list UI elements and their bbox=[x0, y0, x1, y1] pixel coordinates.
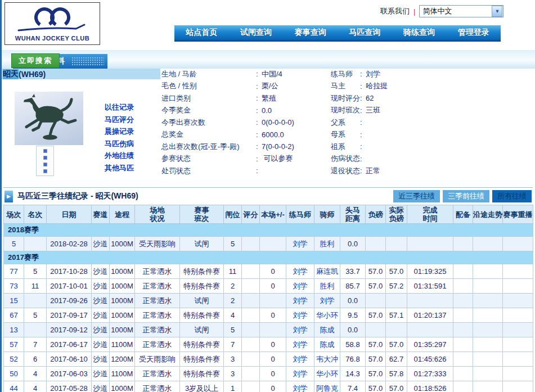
cell[interactable]: 15 bbox=[4, 294, 24, 308]
cell[interactable]: 13 bbox=[4, 323, 24, 337]
cell: 沙道 bbox=[92, 264, 110, 279]
nav-item[interactable]: 试闸查询 bbox=[229, 25, 284, 40]
info-label: 总奖金 bbox=[161, 129, 256, 139]
cell[interactable]: 刘学 bbox=[286, 264, 314, 279]
side-link[interactable]: 外地往绩 bbox=[105, 151, 134, 163]
cell[interactable]: 73 bbox=[4, 279, 24, 294]
cell[interactable]: 刘学 bbox=[286, 279, 314, 294]
info-label: 毛色 / 性别 bbox=[161, 81, 256, 91]
cell: 0 bbox=[260, 367, 286, 381]
cell[interactable]: 刘学 bbox=[286, 237, 314, 251]
cell: 85.7 bbox=[340, 279, 366, 294]
cell: 01:35:297 bbox=[407, 337, 453, 352]
thumbnail-placeholder[interactable] bbox=[36, 146, 54, 176]
nav-item[interactable]: 马匹查询 bbox=[338, 25, 392, 40]
cell: 沙道 bbox=[92, 294, 110, 308]
cell: 3岁及以上 bbox=[180, 381, 224, 392]
cell[interactable]: 麻连凯 bbox=[314, 264, 340, 279]
broken-image-icon bbox=[43, 156, 47, 160]
cell[interactable]: 刘学 bbox=[286, 323, 314, 337]
cell bbox=[260, 294, 286, 308]
info-label: 进口类别 bbox=[161, 93, 256, 103]
nav-item[interactable]: 骑练查询 bbox=[392, 25, 447, 40]
cell bbox=[453, 264, 473, 279]
side-link[interactable]: 以往记录 bbox=[105, 102, 134, 115]
cell[interactable]: 胜利 bbox=[314, 279, 340, 294]
info-value: 7(0-0-0-2) bbox=[262, 142, 294, 151]
cell[interactable]: 华小环 bbox=[314, 367, 340, 381]
side-link[interactable]: 其他马匹 bbox=[105, 163, 134, 175]
cell[interactable]: 陈成 bbox=[314, 323, 340, 337]
cell bbox=[242, 237, 260, 251]
side-link[interactable]: 马匹评分 bbox=[105, 115, 134, 127]
cell[interactable]: 67 bbox=[4, 308, 24, 323]
season-label: 2018赛季 bbox=[4, 224, 533, 237]
cell[interactable]: 刘学 bbox=[314, 294, 340, 308]
cell bbox=[503, 264, 533, 279]
cell: 5 bbox=[24, 264, 47, 279]
info-label: 伤病状态 bbox=[331, 154, 360, 164]
cell: 沙道 bbox=[92, 323, 110, 337]
cell: 正常洒水 bbox=[135, 308, 180, 323]
cell[interactable]: 刘学 bbox=[286, 352, 314, 367]
info-label: 生地 / 马龄 bbox=[161, 69, 256, 79]
cell[interactable]: 胜利 bbox=[314, 237, 340, 251]
search-now-button[interactable]: 立即搜索 bbox=[11, 53, 60, 68]
table-row: 4442017-05-28沙道1000M正常洒水3岁及以上10刘学阿鲁克7.45… bbox=[4, 381, 533, 392]
info-colon: : bbox=[360, 155, 366, 163]
info-value: 繁殖 bbox=[262, 93, 276, 103]
cell bbox=[453, 337, 473, 352]
cell: 特别条件赛 bbox=[180, 367, 224, 381]
cell: 特别条件赛 bbox=[180, 352, 224, 367]
cell: 4 bbox=[224, 308, 242, 323]
nav-item[interactable]: 赛事查询 bbox=[283, 25, 338, 40]
cell: 0.0 bbox=[340, 237, 366, 251]
cell: 0 bbox=[260, 381, 286, 392]
filter-button[interactable]: 所有往绩 bbox=[492, 190, 532, 202]
info-value[interactable]: 刘学 bbox=[366, 69, 380, 79]
info-label: 母系 bbox=[331, 129, 360, 139]
cell: 0 bbox=[260, 279, 286, 294]
cell[interactable]: 5 bbox=[4, 237, 24, 251]
cell[interactable]: 刘学 bbox=[286, 337, 314, 352]
logo[interactable]: WUHAN JOCKEY CLUB bbox=[5, 2, 100, 45]
cell bbox=[453, 279, 473, 294]
cell[interactable]: 刘学 bbox=[286, 308, 314, 323]
cell[interactable]: 韦大冲 bbox=[314, 352, 340, 367]
cell: 0 bbox=[260, 352, 286, 367]
language-select[interactable]: 简体中文 ▼ bbox=[419, 5, 503, 17]
cell bbox=[407, 294, 453, 308]
cell: 01:19:325 bbox=[407, 264, 453, 279]
cell: 试闸 bbox=[180, 294, 224, 308]
cell bbox=[453, 294, 473, 308]
side-link[interactable]: 晨操记录 bbox=[105, 127, 134, 139]
filter-button[interactable]: 三季前往绩 bbox=[443, 190, 489, 202]
cell[interactable]: 陈成 bbox=[314, 337, 340, 352]
cell[interactable]: 刘学 bbox=[286, 294, 314, 308]
nav-item[interactable]: 站点首页 bbox=[174, 25, 229, 40]
cell[interactable]: 华小环 bbox=[314, 308, 340, 323]
dropdown-arrow-icon[interactable]: ▼ bbox=[492, 6, 502, 17]
cell[interactable]: 57 bbox=[4, 337, 24, 352]
cell[interactable]: 77 bbox=[4, 264, 24, 279]
side-link[interactable]: 马匹伤病 bbox=[105, 139, 134, 151]
info-row: 进口类别:繁殖 bbox=[161, 92, 294, 105]
cell: 7 bbox=[24, 337, 47, 352]
info-label: 今季奖金 bbox=[161, 105, 256, 115]
cell[interactable]: 刘学 bbox=[286, 367, 314, 381]
cell[interactable]: 刘学 bbox=[286, 381, 314, 392]
cell: 1000M bbox=[110, 264, 135, 279]
cell: 沙道 bbox=[92, 367, 110, 381]
cell[interactable]: 52 bbox=[4, 352, 24, 367]
cell bbox=[503, 367, 533, 381]
nav-item[interactable]: 管理登录 bbox=[446, 25, 501, 40]
cell: 特别条件赛 bbox=[180, 279, 224, 294]
contact-link[interactable]: 联系我们 bbox=[380, 6, 410, 16]
cell: 特别条件赛 bbox=[180, 308, 224, 323]
cell: 1000M bbox=[110, 381, 135, 392]
cell[interactable]: 44 bbox=[4, 381, 24, 392]
filter-button[interactable]: 近三季往绩 bbox=[393, 190, 440, 202]
cell[interactable]: 50 bbox=[4, 367, 24, 381]
cell[interactable]: 阿鲁克 bbox=[314, 381, 340, 392]
info-row: 父系: bbox=[331, 116, 388, 129]
